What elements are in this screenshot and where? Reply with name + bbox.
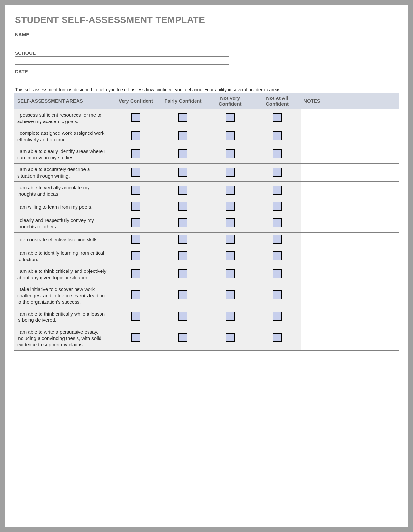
checkbox[interactable]: [226, 290, 235, 299]
table-row: I possess sufficient resources for me to…: [14, 109, 399, 127]
checkbox[interactable]: [226, 149, 235, 158]
checkbox[interactable]: [226, 131, 235, 140]
area-cell: I take initiative to discover new work c…: [14, 283, 112, 308]
checkbox[interactable]: [273, 218, 282, 227]
checkbox[interactable]: [178, 235, 187, 244]
checkbox[interactable]: [273, 202, 282, 211]
checkbox[interactable]: [131, 235, 140, 244]
checkbox[interactable]: [273, 149, 282, 158]
checkbox[interactable]: [178, 333, 187, 342]
notes-cell[interactable]: [301, 145, 399, 164]
check-cell: [206, 326, 254, 351]
header-areas: SELF-ASSESSMENT AREAS: [14, 93, 112, 109]
checkbox[interactable]: [226, 113, 235, 122]
table-row: I am able to accurately describe a situa…: [14, 164, 399, 182]
table-row: I am able to clearly identify areas wher…: [14, 145, 399, 164]
checkbox[interactable]: [273, 235, 282, 244]
check-cell: [112, 247, 159, 265]
check-cell: [159, 308, 206, 326]
check-cell: [254, 265, 301, 283]
checkbox[interactable]: [178, 186, 187, 195]
checkbox[interactable]: [226, 186, 235, 195]
notes-cell[interactable]: [301, 109, 399, 127]
check-cell: [254, 214, 301, 233]
checkbox[interactable]: [131, 202, 140, 211]
checkbox[interactable]: [273, 186, 282, 195]
checkbox[interactable]: [131, 269, 140, 278]
checkbox[interactable]: [226, 168, 235, 177]
notes-cell[interactable]: [301, 326, 399, 351]
table-row: I am able to verbally articulate my thou…: [14, 182, 399, 200]
school-input[interactable]: [15, 56, 229, 65]
checkbox[interactable]: [273, 290, 282, 299]
checkbox[interactable]: [178, 290, 187, 299]
checkbox[interactable]: [178, 269, 187, 278]
checkbox[interactable]: [273, 131, 282, 140]
checkbox[interactable]: [178, 131, 187, 140]
area-cell: I am able to think critically while a le…: [14, 308, 112, 326]
checkbox[interactable]: [226, 269, 235, 278]
check-cell: [159, 233, 206, 247]
notes-cell[interactable]: [301, 308, 399, 326]
checkbox[interactable]: [131, 168, 140, 177]
check-cell: [206, 182, 254, 200]
checkbox[interactable]: [226, 312, 235, 321]
check-cell: [206, 145, 254, 164]
notes-cell[interactable]: [301, 265, 399, 283]
checkbox[interactable]: [178, 168, 187, 177]
check-cell: [254, 200, 301, 214]
checkbox[interactable]: [178, 218, 187, 227]
check-cell: [112, 233, 159, 247]
checkbox[interactable]: [273, 269, 282, 278]
checkbox[interactable]: [131, 218, 140, 227]
check-cell: [112, 326, 159, 351]
checkbox[interactable]: [131, 312, 140, 321]
checkbox[interactable]: [273, 251, 282, 260]
check-cell: [159, 265, 206, 283]
check-cell: [254, 145, 301, 164]
checkbox[interactable]: [178, 251, 187, 260]
checkbox[interactable]: [273, 333, 282, 342]
notes-cell[interactable]: [301, 164, 399, 182]
checkbox[interactable]: [178, 149, 187, 158]
checkbox[interactable]: [226, 333, 235, 342]
name-input[interactable]: [15, 38, 229, 46]
notes-cell[interactable]: [301, 200, 399, 214]
check-cell: [206, 233, 254, 247]
checkbox[interactable]: [226, 235, 235, 244]
notes-cell[interactable]: [301, 247, 399, 265]
checkbox[interactable]: [131, 113, 140, 122]
checkbox[interactable]: [226, 218, 235, 227]
checkbox[interactable]: [131, 251, 140, 260]
table-row: I am able to think critically while a le…: [14, 308, 399, 326]
area-cell: I clearly and respectfully convey my tho…: [14, 214, 112, 233]
notes-cell[interactable]: [301, 233, 399, 247]
checkbox[interactable]: [131, 290, 140, 299]
checkbox[interactable]: [178, 312, 187, 321]
checkbox[interactable]: [131, 131, 140, 140]
checkbox[interactable]: [131, 333, 140, 342]
checkbox[interactable]: [226, 251, 235, 260]
area-cell: I am able to clearly identify areas wher…: [14, 145, 112, 164]
date-input[interactable]: [15, 75, 229, 83]
check-cell: [206, 127, 254, 145]
checkbox[interactable]: [131, 186, 140, 195]
checkbox[interactable]: [178, 202, 187, 211]
table-row: I demonstrate effective listening skills…: [14, 233, 399, 247]
checkbox[interactable]: [131, 149, 140, 158]
notes-cell[interactable]: [301, 214, 399, 233]
check-cell: [112, 308, 159, 326]
checkbox[interactable]: [178, 113, 187, 122]
checkbox[interactable]: [273, 312, 282, 321]
table-row: I am able to think critically and object…: [14, 265, 399, 283]
checkbox[interactable]: [273, 168, 282, 177]
checkbox[interactable]: [273, 113, 282, 122]
notes-cell[interactable]: [301, 182, 399, 200]
notes-cell[interactable]: [301, 283, 399, 308]
check-cell: [112, 283, 159, 308]
checkbox[interactable]: [226, 202, 235, 211]
check-cell: [254, 182, 301, 200]
notes-cell[interactable]: [301, 127, 399, 145]
header-rating-2: Fairly Confident: [159, 93, 206, 109]
outer-frame: STUDENT SELF-ASSESSMENT TEMPLATE NAME SC…: [0, 0, 413, 532]
